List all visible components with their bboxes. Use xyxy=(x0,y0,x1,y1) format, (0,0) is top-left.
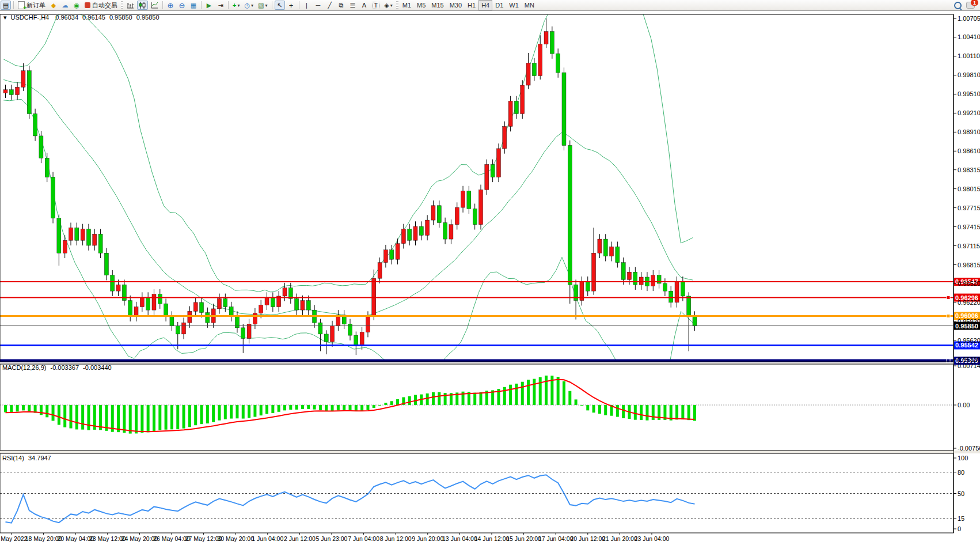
candlestick-chart-button[interactable] xyxy=(137,1,148,10)
timeframe-button-MN[interactable]: MN xyxy=(522,0,537,10)
crosshair-icon: + xyxy=(289,2,294,9)
rsi-tick-label: 15 xyxy=(958,515,964,522)
macd-histogram-bar xyxy=(426,393,429,405)
new-chart-button[interactable]: +▾ xyxy=(231,1,241,10)
tile-windows-button[interactable]: ▦ xyxy=(188,1,199,10)
candle-body xyxy=(265,297,269,305)
macd-histogram-bar xyxy=(432,392,435,405)
time-tick-label: 13 Jun 04:00 xyxy=(442,535,477,542)
horizontal-line-tool-button[interactable]: ─ xyxy=(313,1,324,10)
autotrading-button[interactable]: 自动交易 xyxy=(83,1,119,10)
macd-histogram-bar xyxy=(278,405,280,412)
candle-body xyxy=(449,225,453,239)
timeframe-button-H1[interactable]: H1 xyxy=(465,0,478,10)
macd-histogram-bar xyxy=(206,405,209,423)
chart-canvas[interactable]: 0.965470.962960.960060.955420.953000.958… xyxy=(0,0,980,545)
open-value: 0.96034 xyxy=(55,14,78,21)
signals-button[interactable]: ◉ xyxy=(71,1,82,10)
toolbar-separator xyxy=(162,1,163,9)
macd-histogram-bar xyxy=(129,405,132,434)
notifications-button[interactable]: 1 xyxy=(964,1,977,10)
time-tick-label: 5 Jun 23:00 xyxy=(316,535,348,542)
price-tick-label: 0.97115 xyxy=(958,243,980,249)
time-tick-label: 20 Jun 12:00 xyxy=(570,535,605,542)
mql-market-button[interactable]: ◆ xyxy=(48,1,59,10)
bar-chart-button[interactable] xyxy=(125,1,136,10)
text-tool-button[interactable]: A xyxy=(359,1,370,10)
crosshair-tool-button[interactable]: + xyxy=(286,1,297,10)
trendline-tool-button[interactable]: ╱ xyxy=(325,1,335,10)
timeframe-button-M15[interactable]: M15 xyxy=(428,0,446,10)
price-tick-label: 0.98015 xyxy=(958,186,980,192)
text-label-tool-button[interactable]: T xyxy=(371,1,382,10)
macd-histogram-bar xyxy=(360,405,363,411)
macd-histogram-bar xyxy=(575,399,578,405)
chart-shift-button[interactable]: ⇥ xyxy=(215,1,226,10)
candle-body xyxy=(51,177,55,218)
zoom-in-button[interactable]: ⊕ xyxy=(165,1,176,10)
chevron-down-icon: ▾ xyxy=(237,3,240,8)
timeframe-button-W1[interactable]: W1 xyxy=(506,0,522,10)
new-order-button[interactable]: 新订单 xyxy=(16,1,47,10)
price-tick-label: 0.99210 xyxy=(958,109,980,116)
timeframe-button-M5[interactable]: M5 xyxy=(414,0,428,10)
fibonacci-tool-button[interactable]: ☰ xyxy=(348,1,358,10)
timeframe-button-H4[interactable]: H4 xyxy=(478,0,492,10)
macd-histogram-bar xyxy=(557,377,560,405)
macd-histogram-bar xyxy=(140,405,143,433)
time-tick-label: 21 Jun 20:00 xyxy=(602,535,637,542)
macd-tick-label: 0.007142 xyxy=(958,362,980,369)
line-drag-handle[interactable] xyxy=(947,314,950,317)
macd-histogram-bar xyxy=(373,405,375,408)
candle-body xyxy=(633,272,637,285)
candle-body xyxy=(134,307,138,316)
vertical-line-tool-button[interactable]: | xyxy=(302,1,312,10)
channel-tool-button[interactable]: ⧉ xyxy=(336,1,347,10)
time-tick-label: 1 Jun 04:00 xyxy=(252,535,283,542)
macd-histogram-bar xyxy=(212,405,215,422)
macd-histogram-bar xyxy=(218,405,221,421)
macd-histogram-bar xyxy=(675,405,678,419)
cursor-tool-button[interactable]: ↖ xyxy=(275,1,285,10)
macd-histogram-bar xyxy=(22,405,25,410)
line-chart-button[interactable] xyxy=(149,1,160,10)
candle-body xyxy=(9,90,13,95)
macd-histogram-bar xyxy=(176,405,179,429)
macd-histogram-bar xyxy=(40,405,43,415)
macd-histogram-bar xyxy=(28,405,31,411)
price-tick-label: 0.98910 xyxy=(958,128,980,135)
time-tick-label: 24 May 20:00 xyxy=(121,535,158,542)
templates-button[interactable]: ▧▾ xyxy=(256,1,269,10)
profiles-button[interactable]: ◷▾ xyxy=(242,1,255,10)
macd-histogram-bar xyxy=(539,377,542,405)
candle-body xyxy=(306,301,310,310)
candle-body xyxy=(158,294,162,304)
time-tick-label: 23 Jun 04:00 xyxy=(635,535,670,542)
auto-scroll-button[interactable]: ▶ xyxy=(204,1,214,10)
timeframe-button-M1[interactable]: M1 xyxy=(400,0,414,10)
candle-body xyxy=(526,63,530,85)
candle-body xyxy=(639,277,643,285)
clock-icon: ◷ xyxy=(244,2,250,9)
zoom-out-button[interactable]: ⊖ xyxy=(177,1,187,10)
search-button[interactable] xyxy=(952,1,963,10)
community-button[interactable]: ☁ xyxy=(60,1,70,10)
chevron-down-icon: ▾ xyxy=(265,3,267,8)
arrows-tool-button[interactable]: ◈▾ xyxy=(382,1,394,10)
timeframe-button-M30[interactable]: M30 xyxy=(447,0,465,10)
candle-body xyxy=(419,226,423,235)
timeframe-toolbar: M1M5M15M30H1H4D1W1MN xyxy=(400,0,537,10)
autotrading-label: 自动交易 xyxy=(92,1,117,10)
line-drag-handle[interactable] xyxy=(947,359,950,362)
timeframe-button-D1[interactable]: D1 xyxy=(492,0,506,10)
window-button[interactable]: ▤ xyxy=(1,1,11,10)
toolbar-separator xyxy=(272,1,272,9)
collapse-ohlc-arrow[interactable]: ▾ xyxy=(3,14,7,21)
candle-body xyxy=(182,323,186,334)
line-drag-handle[interactable] xyxy=(947,296,950,300)
candle-body xyxy=(408,229,412,240)
fibonacci-icon: ☰ xyxy=(350,2,356,9)
macd-histogram-bar xyxy=(235,405,238,418)
macd-histogram-bar xyxy=(390,401,393,405)
macd-tick-label: 0.00 xyxy=(958,402,970,408)
